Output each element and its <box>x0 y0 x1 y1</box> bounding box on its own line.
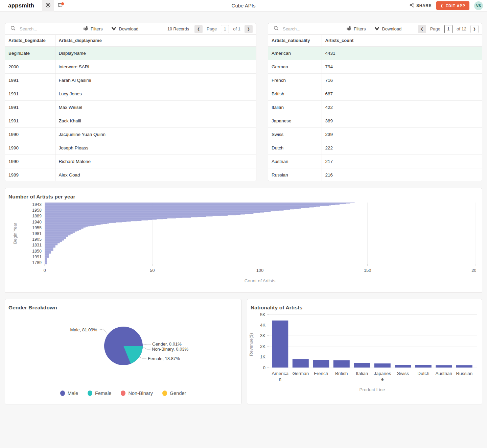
svg-text:Japanes: Japanes <box>374 371 391 376</box>
table-cell[interactable]: 2000 <box>5 60 55 73</box>
table-cell[interactable]: 716 <box>322 73 482 87</box>
table-row[interactable]: 1991Lucy Jones <box>5 87 256 100</box>
legend-item-female[interactable]: Female <box>88 391 111 396</box>
page-total: of 1 <box>233 26 240 31</box>
next-page-button[interactable]: ❯ <box>245 25 253 33</box>
avatar[interactable]: VS <box>474 1 483 10</box>
column-header[interactable]: Artists_count <box>322 35 482 46</box>
table-row[interactable]: Japanese389 <box>268 114 482 127</box>
table-cell[interactable]: Lucy Jones <box>55 87 256 100</box>
table-cell[interactable]: American <box>268 46 322 60</box>
table-cell[interactable]: 1990 <box>5 141 55 155</box>
table-cell[interactable]: 687 <box>322 87 482 100</box>
table-cell[interactable]: 217 <box>322 155 482 168</box>
table-row[interactable]: 1991Farah Al Qasimi <box>5 73 256 87</box>
filters-button[interactable]: Filters <box>83 26 102 32</box>
legend-marker <box>121 391 125 396</box>
filter-icon <box>83 26 88 32</box>
table-cell[interactable]: 1990 <box>5 127 55 141</box>
table-row[interactable]: Dutch222 <box>268 141 482 155</box>
table-cell[interactable]: 222 <box>322 141 482 155</box>
page-number-input[interactable] <box>444 25 453 33</box>
prev-page-button[interactable]: ❮ <box>418 25 426 33</box>
table-row[interactable]: 1990Jacqueline Yuan Quinn <box>5 127 256 141</box>
legend-item-male[interactable]: Male <box>60 391 78 396</box>
table-cell[interactable]: 1991 <box>5 100 55 114</box>
legend-label: Non-Binary <box>128 391 153 396</box>
table-cell[interactable]: Jacqueline Yuan Quinn <box>55 127 256 141</box>
table-row[interactable]: 1990Richard Malone <box>5 155 256 168</box>
filters-button[interactable]: Filters <box>346 26 366 32</box>
svg-text:1789: 1789 <box>32 260 42 265</box>
table-row[interactable]: BeginDateDisplayName <box>5 46 256 60</box>
table-row[interactable]: American4431 <box>268 46 482 60</box>
table-cell[interactable]: 422 <box>322 100 482 114</box>
download-button[interactable]: Download <box>111 26 138 32</box>
feedback-button[interactable] <box>54 0 66 11</box>
table-row[interactable]: 1990Joseph Pleass <box>5 141 256 155</box>
table-cell[interactable]: 4431 <box>322 46 482 60</box>
table-cell[interactable]: German <box>268 60 322 73</box>
table-row[interactable]: Russian216 <box>268 168 482 181</box>
table-row[interactable]: Swiss239 <box>268 127 482 141</box>
table-row[interactable]: French716 <box>268 73 482 87</box>
search-input[interactable] <box>20 26 70 31</box>
legend-marker <box>60 391 65 396</box>
table-cell[interactable]: French <box>268 73 322 87</box>
table-row[interactable]: Austrian217 <box>268 155 482 168</box>
prev-page-button[interactable]: ❮ <box>194 25 203 33</box>
table-toolbar: Filters Download ❮ Page of 12 ❯ <box>268 23 482 35</box>
table-cell[interactable]: 794 <box>322 60 482 73</box>
edit-app-button[interactable]: ❮ EDIT APP <box>436 1 469 10</box>
table-cell[interactable]: 1990 <box>5 155 55 168</box>
chevron-right-icon: ❯ <box>473 27 476 31</box>
table-cell[interactable]: 1991 <box>5 114 55 127</box>
view-mode-button[interactable] <box>42 0 54 11</box>
table-row[interactable]: 1989Alex Goad <box>5 168 256 181</box>
gender-breakdown-chart-widget: Gender Breakdown Male, 81.09%Gender, 0.0… <box>5 299 241 404</box>
search-input[interactable] <box>283 26 333 31</box>
filters-label: Filters <box>354 26 366 31</box>
table-cell[interactable]: Max Weisel <box>55 100 256 114</box>
table-cell[interactable]: Italian <box>268 100 322 114</box>
page-number-input[interactable] <box>221 25 229 33</box>
table-cell[interactable]: Japanese <box>268 114 322 127</box>
table-cell[interactable]: interware SARL <box>55 60 256 73</box>
table-cell[interactable]: 216 <box>322 168 482 181</box>
table-cell[interactable]: 1991 <box>5 73 55 87</box>
column-header[interactable]: Artists_nationality <box>268 35 322 46</box>
table-cell[interactable]: Zack Khalil <box>55 114 256 127</box>
table-row[interactable]: Italian422 <box>268 100 482 114</box>
table-row[interactable]: British687 <box>268 87 482 100</box>
legend-item-non-binary[interactable]: Non-Binary <box>121 391 153 396</box>
table-row[interactable]: 1991Zack Khalil <box>5 114 256 127</box>
column-header[interactable]: Artists_begindate <box>5 35 55 46</box>
svg-text:n: n <box>279 377 282 382</box>
filter-icon <box>346 26 351 32</box>
table-cell[interactable]: Austrian <box>268 155 322 168</box>
table-cell[interactable]: Alex Goad <box>55 168 256 181</box>
table-cell[interactable]: 1989 <box>5 168 55 181</box>
table-cell[interactable]: British <box>268 87 322 100</box>
column-header[interactable]: Artists_displayname <box>55 35 256 46</box>
table-cell[interactable]: 239 <box>322 127 482 141</box>
download-button[interactable]: Download <box>374 26 401 32</box>
next-page-button[interactable]: ❯ <box>470 25 479 33</box>
table-cell[interactable]: BeginDate <box>5 46 55 60</box>
table-cell[interactable]: Swiss <box>268 127 322 141</box>
svg-text:1K: 1K <box>260 354 265 359</box>
table-cell[interactable]: Farah Al Qasimi <box>55 73 256 87</box>
table-cell[interactable]: Russian <box>268 168 322 181</box>
table-cell[interactable]: 389 <box>322 114 482 127</box>
table-cell[interactable]: Richard Malone <box>55 155 256 168</box>
legend-item-gender[interactable]: Gender <box>162 391 186 396</box>
share-button[interactable]: SHARE <box>410 3 432 8</box>
table-cell[interactable]: 1991 <box>5 87 55 100</box>
table-row[interactable]: 2000interware SARL <box>5 60 256 73</box>
table-row[interactable]: 1991Max Weisel <box>5 100 256 114</box>
svg-text:1831: 1831 <box>32 243 42 247</box>
table-cell[interactable]: DisplayName <box>55 46 256 60</box>
table-cell[interactable]: Joseph Pleass <box>55 141 256 155</box>
table-cell[interactable]: Dutch <box>268 141 322 155</box>
table-row[interactable]: German794 <box>268 60 482 73</box>
